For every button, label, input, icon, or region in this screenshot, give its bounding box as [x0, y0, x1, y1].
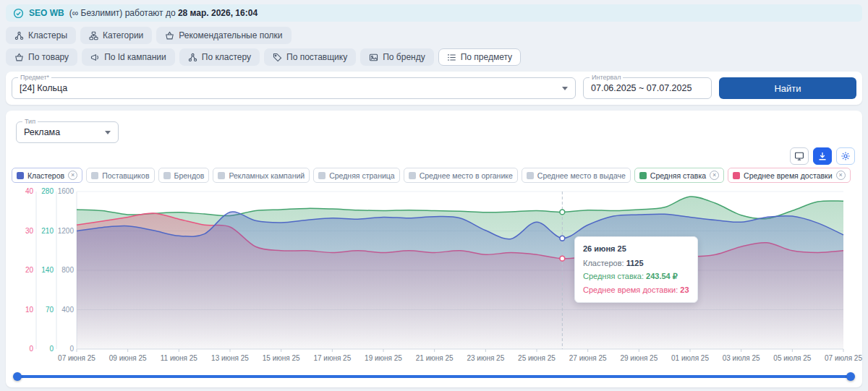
chevron-down-icon [105, 131, 111, 134]
svg-text:0: 0 [49, 345, 54, 353]
type-label: Тип [22, 118, 38, 125]
legend-swatch [527, 172, 534, 179]
download-button[interactable] [813, 147, 832, 165]
marker-point-clusters [560, 236, 565, 241]
find-button[interactable]: Найти [719, 77, 856, 99]
legend-chip-close-icon[interactable]: × [836, 171, 846, 180]
filter-label: По поставщику [286, 52, 347, 62]
svg-text:27 июня 25: 27 июня 25 [569, 354, 607, 362]
filter-by-cluster[interactable]: По кластеру [179, 48, 260, 66]
marker-point-bid [560, 210, 565, 215]
hierarchy-icon [89, 31, 98, 40]
legend-label: Среднее место в органике [420, 171, 513, 180]
svg-text:07 июля 25: 07 июля 25 [825, 354, 862, 362]
svg-text:0: 0 [29, 345, 33, 353]
slider-handle-left[interactable] [13, 372, 22, 381]
filter-label: По кластеру [202, 52, 251, 62]
svg-text:210: 210 [41, 227, 54, 235]
tab-label: Рекомендательные полки [179, 30, 282, 40]
tab-label: Категории [103, 30, 143, 40]
download-icon [817, 151, 827, 161]
cluster-icon [14, 31, 24, 40]
subject-select[interactable]: Предмет* [24] Кольца [12, 77, 576, 99]
svg-text:1600: 1600 [58, 187, 75, 195]
svg-text:11 июня 25: 11 июня 25 [161, 354, 198, 362]
legend-chip-avg-organic-position[interactable]: Среднее место в органике [404, 168, 518, 183]
settings-button[interactable] [836, 147, 855, 165]
svg-text:29 июня 25: 29 июня 25 [620, 354, 658, 362]
legend-chip-avg-serp-position[interactable]: Среднее место в выдаче [522, 168, 631, 183]
filter-by-brand[interactable]: По бренду [360, 48, 433, 66]
tab-categories[interactable]: Категории [80, 27, 152, 44]
legend-chip-suppliers[interactable]: Поставщиков [86, 168, 154, 183]
legend-chip-close-icon[interactable]: × [68, 171, 77, 180]
filter-label: По Id кампании [104, 52, 166, 62]
svg-text:0: 0 [69, 345, 74, 353]
legend-swatch [409, 172, 416, 179]
zoom-slider[interactable] [13, 371, 855, 382]
legend-chip-ad-campaigns[interactable]: Рекламных кампаний [213, 168, 310, 183]
svg-text:01 июля 25: 01 июля 25 [671, 354, 709, 362]
screenshot-button[interactable] [790, 147, 809, 165]
svg-text:10: 10 [25, 306, 34, 314]
gear-icon [841, 151, 851, 161]
svg-text:280: 280 [41, 187, 54, 195]
chart-canvas[interactable]: 01020304007014021028004008001200160007 и… [12, 186, 862, 368]
legend-chip-avg-page[interactable]: Средняя страница [313, 168, 400, 183]
topbar: SEO WB (∞ Безлимит) работают до 28 мар. … [6, 4, 862, 22]
search-card: Предмет* [24] Кольца Интервал 07.06.2025… [6, 72, 862, 105]
svg-text:05 июля 25: 05 июля 25 [773, 354, 811, 362]
brand: SEO WB [29, 8, 64, 18]
svg-text:1200: 1200 [58, 227, 75, 235]
subject-label: Предмет* [18, 74, 51, 81]
legend-swatch [733, 172, 740, 179]
filter-by-campaign-id[interactable]: По Id кампании [82, 48, 175, 66]
svg-text:400: 400 [61, 306, 74, 314]
legend-chip-avg-delivery-time[interactable]: Среднее время доставки× [728, 168, 850, 183]
subject-value: [24] Кольца [20, 83, 67, 93]
interval-value: 07.06.2025 ~ 07.07.2025 [591, 83, 692, 93]
megaphone-icon [90, 53, 100, 62]
image-icon [369, 53, 378, 62]
legend-label: Среднее место в выдаче [537, 171, 626, 180]
filter-label: По предмету [461, 52, 512, 62]
tab-recommendation-shelves[interactable]: Рекомендательные полки [156, 27, 291, 44]
legend-label: Рекламных кампаний [229, 171, 305, 180]
basket-icon [14, 53, 24, 62]
svg-text:07 июня 25: 07 июня 25 [58, 354, 95, 362]
slider-track[interactable] [17, 375, 851, 378]
svg-text:19 июня 25: 19 июня 25 [365, 354, 402, 362]
chart-card: Тип Реклама Кластеров×ПоставщиковБрендов… [6, 111, 862, 387]
legend-chip-brands[interactable]: Брендов [158, 168, 210, 183]
tab-clusters[interactable]: Кластеры [6, 27, 76, 44]
slider-handle-right[interactable] [846, 372, 855, 381]
filter-by-supplier[interactable]: По поставщику [264, 48, 356, 66]
legend-chip-clusters[interactable]: Кластеров× [12, 168, 82, 183]
interval-input[interactable]: Интервал 07.06.2025 ~ 07.07.2025 [583, 77, 712, 99]
cluster-icon [188, 53, 197, 62]
list-icon [447, 53, 456, 62]
svg-text:13 июня 25: 13 июня 25 [211, 354, 249, 362]
legend-swatch [639, 172, 647, 179]
svg-text:40: 40 [25, 187, 34, 195]
filter-by-product[interactable]: По товару [6, 48, 77, 66]
plan-text: (∞ Безлимит) работают до [69, 8, 178, 18]
svg-text:21 июня 25: 21 июня 25 [416, 354, 454, 362]
legend-chip-avg-bid[interactable]: Средняя ставка× [634, 168, 724, 183]
svg-text:17 июня 25: 17 июня 25 [313, 354, 351, 362]
monitor-icon [794, 151, 804, 161]
legend-chip-close-icon[interactable]: × [710, 171, 719, 180]
svg-text:15 июня 25: 15 июня 25 [263, 354, 300, 362]
filter-by-subject[interactable]: По предмету [438, 48, 521, 66]
tag-icon [273, 53, 282, 62]
type-value: Реклама [24, 127, 60, 137]
legend-swatch [91, 172, 98, 179]
legend-label: Поставщиков [102, 171, 149, 180]
type-select[interactable]: Тип Реклама [16, 121, 119, 143]
chart-actions [12, 147, 855, 165]
chart[interactable]: 01020304007014021028004008001200160007 и… [12, 186, 856, 368]
filter-label: По товару [28, 52, 69, 62]
legend-label: Кластеров [27, 171, 64, 180]
main-tabs: КластерыКатегорииРекомендательные полки [6, 27, 862, 44]
svg-text:20: 20 [25, 266, 34, 274]
